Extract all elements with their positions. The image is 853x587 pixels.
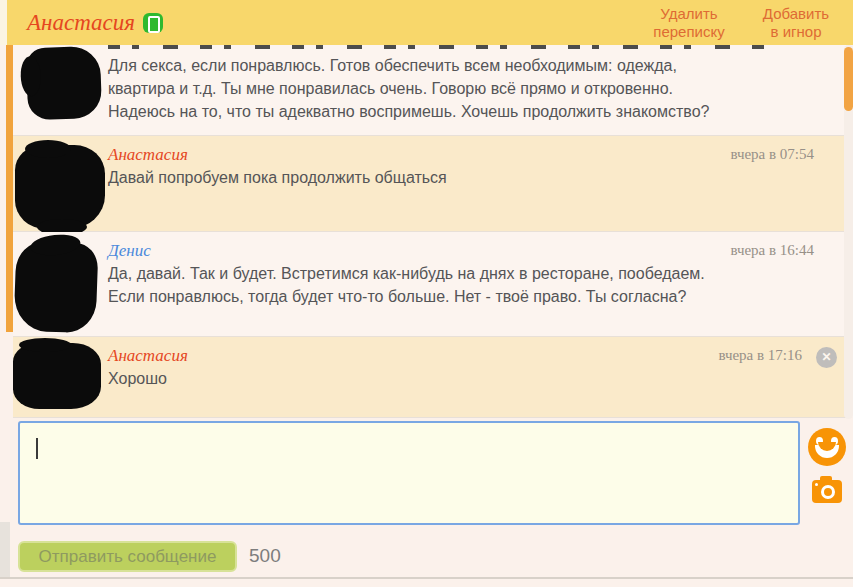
message-timestamp: вчера в 17:16 <box>718 347 802 364</box>
message-text: Хорошо <box>108 367 726 390</box>
message-row: Для секса, если понравлюсь. Готов обеспе… <box>13 45 846 136</box>
message-row: Анастасия Давай попробуем пока продолжит… <box>13 136 846 232</box>
message-row: Денис Да, давай. Так и будет. Встретимся… <box>13 232 846 337</box>
left-edge-strip <box>0 522 10 578</box>
message-row: Анастасия Хорошо вчера в 17:16 ✕ <box>13 337 846 418</box>
chat-header: Анастасия Удалить переписку Добавить в и… <box>7 0 853 45</box>
camera-flash-dot <box>815 483 818 486</box>
message-author[interactable]: Денис <box>108 240 151 261</box>
message-text: Да, давай. Так и будет. Встретимся как-н… <box>108 262 726 308</box>
message-author[interactable]: Анастасия <box>108 144 188 165</box>
add-to-ignore-link[interactable]: Добавить в игнор <box>757 5 835 41</box>
camera-icon[interactable] <box>812 480 842 503</box>
send-message-button[interactable]: Отправить сообщение <box>18 541 237 572</box>
online-phone-icon <box>143 13 163 33</box>
bottom-divider <box>0 577 853 579</box>
delete-conversation-link[interactable]: Удалить переписку <box>647 5 731 41</box>
chat-window: Анастасия Удалить переписку Добавить в и… <box>0 0 853 587</box>
corner-strip <box>0 0 7 45</box>
header-actions: Удалить переписку Добавить в игнор <box>647 5 853 41</box>
scrollbar-track[interactable] <box>844 45 853 419</box>
emoji-icon-mouth <box>818 442 836 451</box>
emoji-icon[interactable] <box>808 428 846 466</box>
chat-partner-name: Анастасия <box>27 10 135 36</box>
message-list: Для секса, если понравлюсь. Готов обеспе… <box>13 45 846 418</box>
scrollbar-thumb[interactable] <box>844 47 853 111</box>
message-timestamp: вчера в 07:54 <box>730 146 814 163</box>
delete-message-icon[interactable]: ✕ <box>816 347 837 368</box>
message-timestamp: вчера в 16:44 <box>730 242 814 259</box>
message-author[interactable]: Анастасия <box>108 345 188 366</box>
chars-left-counter: 500 <box>249 545 281 567</box>
message-input[interactable] <box>18 421 800 525</box>
left-accent-bar <box>6 45 13 332</box>
message-text: Давай попробуем пока продолжить общаться <box>108 166 726 189</box>
message-text: Для секса, если понравлюсь. Готов обеспе… <box>108 54 726 123</box>
